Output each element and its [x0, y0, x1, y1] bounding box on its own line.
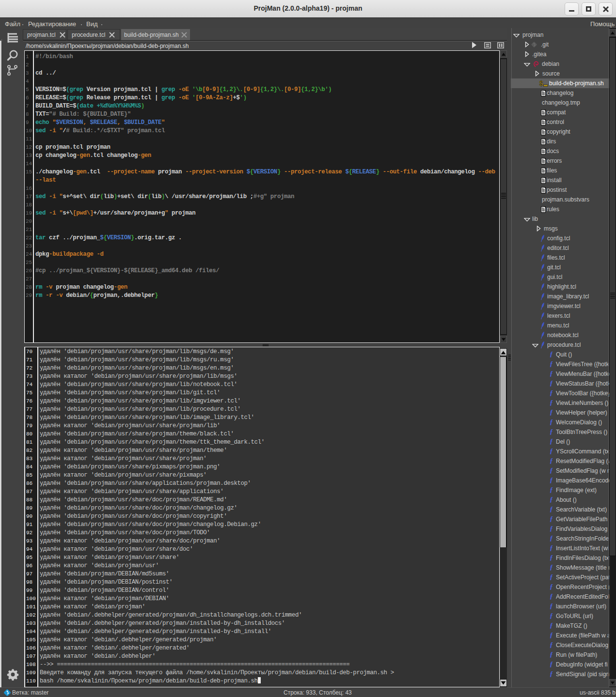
svg-text:$: $ [539, 80, 543, 88]
